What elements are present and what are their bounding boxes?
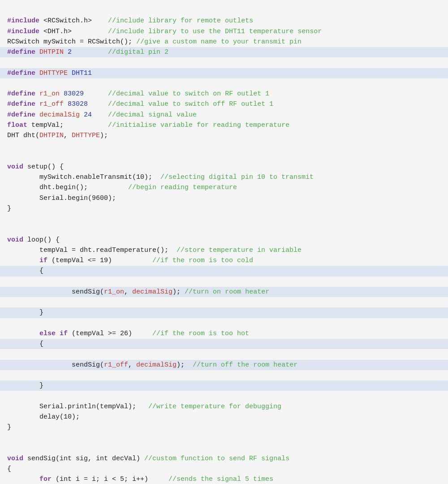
line-8: #define decimalSig 24 //decimal signal v… bbox=[7, 111, 197, 119]
line-2: #include <DHT.h> //include library to us… bbox=[7, 28, 322, 35]
line-4: #define DHTPIN 2 //digital pin 2 bbox=[7, 47, 441, 57]
line-send-3: for (int i = i; i < 5; i++) //sends the … bbox=[7, 475, 273, 483]
line-setup-4: Serial.begin(9600); bbox=[7, 194, 116, 202]
line-loop-1: void loop() { bbox=[7, 236, 60, 244]
line-loop-12: delay(10); bbox=[7, 413, 80, 421]
line-loop-10: } bbox=[7, 380, 441, 391]
line-loop-3: if (tempVal <= 19) //if the room is too … bbox=[7, 257, 253, 264]
line-10: DHT dht(DHTPIN, DHTTYPE); bbox=[7, 132, 108, 139]
line-loop-8: { bbox=[7, 339, 441, 349]
line-setup-2: mySwitch.enableTransmit(10); //selecting… bbox=[7, 173, 314, 181]
line-7: #define r1_off 83028 //decimal value to … bbox=[7, 100, 273, 108]
code-editor: #include <RCSwitch.h> //include library … bbox=[0, 0, 448, 484]
line-loop-13: } bbox=[7, 424, 11, 431]
line-send-2: { bbox=[7, 465, 11, 473]
line-9: float tempVal; //initialise variable for… bbox=[7, 121, 289, 129]
line-5: #define DHTTYPE DHT11 bbox=[7, 68, 441, 78]
line-setup-5: } bbox=[7, 205, 11, 212]
line-1: #include <RCSwitch.h> //include library … bbox=[7, 17, 253, 25]
line-loop-7: else if (tempVal >= 26) //if the room is… bbox=[7, 330, 249, 337]
line-loop-9: sendSig(r1_off, decimalSig); //turn off … bbox=[7, 360, 441, 370]
line-6: #define r1_on 83029 //decimal value to s… bbox=[7, 90, 269, 98]
line-setup-3: dht.begin(); //begin reading temperature bbox=[7, 184, 237, 191]
line-3: RCSwitch mySwitch = RCSwitch(); //give a… bbox=[7, 38, 302, 46]
line-loop-6: } bbox=[7, 307, 441, 318]
line-send-1: void sendSig(int sig, int decVal) //cust… bbox=[7, 455, 289, 462]
line-loop-5: sendSig(r1_on, decimalSig); //turn on ro… bbox=[7, 287, 441, 297]
line-loop-2: tempVal = dht.readTemperature(); //store… bbox=[7, 246, 302, 254]
line-setup-1: void setup() { bbox=[7, 163, 64, 171]
line-loop-11: Serial.println(tempVal); //write tempera… bbox=[7, 403, 281, 411]
code-content: #include <RCSwitch.h> //include library … bbox=[7, 5, 441, 484]
line-loop-4: { bbox=[7, 266, 441, 276]
